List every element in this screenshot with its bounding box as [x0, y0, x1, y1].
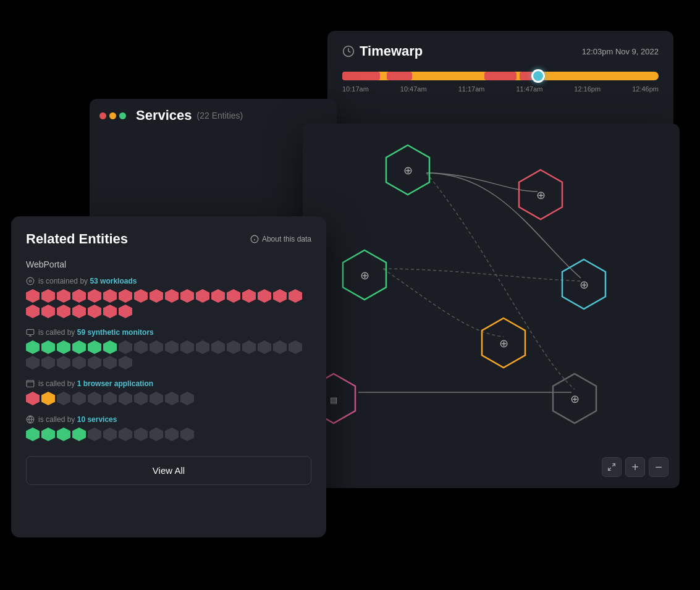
hex-item: [26, 289, 40, 303]
hex-item: [103, 356, 117, 369]
fit-zoom-button[interactable]: [602, 457, 622, 477]
services-title: Services: [136, 107, 192, 124]
services-count: (22 Entities): [197, 111, 243, 120]
services-hex-grid: [26, 428, 311, 441]
services-label: is called by 10 services: [26, 415, 311, 424]
hex-item: [88, 289, 101, 303]
hex-item: [150, 428, 163, 441]
hex-item: [72, 340, 86, 354]
hex-item: [41, 356, 55, 369]
hex-item: [57, 305, 70, 318]
workloads-hex-grid: [26, 289, 311, 318]
hex-item: [211, 340, 225, 354]
hex-item: [57, 428, 70, 441]
hex-item: [134, 340, 148, 354]
hex-item: [273, 340, 287, 354]
hex-item: [72, 392, 86, 405]
hex-item: [165, 428, 179, 441]
hex-item: [88, 356, 101, 369]
connection-4: [383, 269, 581, 281]
svg-rect-11: [27, 381, 34, 387]
hex-item: [88, 392, 101, 405]
timewarp-datetime: 12:03pm Nov 9, 2022: [582, 47, 659, 56]
hex-item: [57, 392, 70, 405]
browser-hex-grid: [26, 392, 311, 405]
workload-icon: [26, 277, 35, 285]
hex-item: [196, 289, 209, 303]
monitors-hex-grid: [26, 340, 311, 369]
timeline-thumb[interactable]: [531, 69, 545, 83]
traffic-lights: [99, 112, 126, 119]
fit-icon: [607, 462, 617, 472]
node-orange-globe-icon: ⊕: [499, 337, 508, 350]
hex-item: [41, 289, 55, 303]
node-top-globe-icon: ⊕: [403, 164, 413, 177]
clock-icon: [342, 45, 355, 57]
hex-item: [227, 289, 240, 303]
related-title: Related Entities: [26, 231, 128, 247]
hex-item: [119, 356, 132, 369]
entity-section-workloads: is contained by 53 workloads: [26, 277, 311, 318]
node-bottom-right-globe-icon: ⊕: [570, 393, 580, 405]
hex-item: [72, 305, 86, 318]
related-header: Related Entities About this data: [26, 231, 311, 247]
hex-item: [119, 392, 132, 405]
hex-item: [57, 289, 70, 303]
hex-item: [26, 356, 40, 369]
services-panel: Services (22 Entities): [90, 99, 337, 222]
timeline-container[interactable]: 10:17am 10:47am 11:17am 11:47am 12:16pm …: [342, 72, 659, 93]
hex-item: [273, 289, 287, 303]
hex-item: [211, 289, 225, 303]
timeline-track[interactable]: [342, 72, 659, 80]
workloads-label: is contained by 53 workloads: [26, 277, 311, 285]
hex-item: [41, 428, 55, 441]
hex-item: [103, 340, 117, 354]
timeline-segment-3: [484, 72, 516, 80]
hex-item: [150, 392, 163, 405]
timewarp-title-group: Timewarp: [342, 43, 423, 59]
connection-3: [426, 173, 575, 389]
about-data-link[interactable]: About this data: [250, 235, 311, 243]
timeline-label-1: 10:17am: [342, 85, 369, 93]
svg-point-7: [29, 280, 32, 282]
dot-red[interactable]: [99, 112, 106, 119]
monitor-icon: [26, 328, 35, 337]
hex-item: [26, 340, 40, 354]
hex-item: [258, 340, 271, 354]
hex-item: [180, 289, 194, 303]
hex-item: [134, 289, 148, 303]
timeline-label-3: 11:17am: [458, 85, 485, 93]
hex-item: [119, 289, 132, 303]
hex-item: [26, 428, 40, 441]
hex-item: [119, 340, 132, 354]
dot-yellow[interactable]: [109, 112, 116, 119]
hex-item: [103, 428, 117, 441]
hex-item: [258, 289, 271, 303]
dot-green-tl[interactable]: [119, 112, 126, 119]
connection-5: [383, 269, 504, 337]
monitors-label: is called by 59 synthetic monitors: [26, 328, 311, 337]
hex-item: [72, 289, 86, 303]
graph-svg: ⊕ ⊕ ⊕ ⊕ ⊕ ▤ ⊕: [303, 124, 680, 488]
hex-item: [196, 340, 209, 354]
hex-item: [289, 340, 302, 354]
browser-icon: [26, 379, 35, 388]
info-icon: [250, 235, 259, 243]
hex-item: [134, 392, 148, 405]
connection-2: [426, 173, 581, 278]
zoom-out-button[interactable]: −: [649, 457, 668, 477]
hex-item: [134, 428, 148, 441]
graph-panel: ⊕ ⊕ ⊕ ⊕ ⊕ ▤ ⊕ + −: [303, 124, 680, 488]
hex-item: [119, 428, 132, 441]
timeline-label-2: 10:47am: [400, 85, 427, 93]
hex-item: [119, 305, 132, 318]
node-r2-globe-icon: ⊕: [580, 279, 589, 291]
zoom-in-button[interactable]: +: [625, 457, 645, 477]
services-titlebar: Services (22 Entities): [90, 99, 337, 124]
hex-item: [72, 428, 86, 441]
hex-item: [242, 289, 256, 303]
hex-item: [103, 289, 117, 303]
view-all-button[interactable]: View All: [26, 456, 311, 485]
about-data-label: About this data: [262, 235, 311, 243]
browser-label: is called by 1 browser application: [26, 379, 311, 388]
